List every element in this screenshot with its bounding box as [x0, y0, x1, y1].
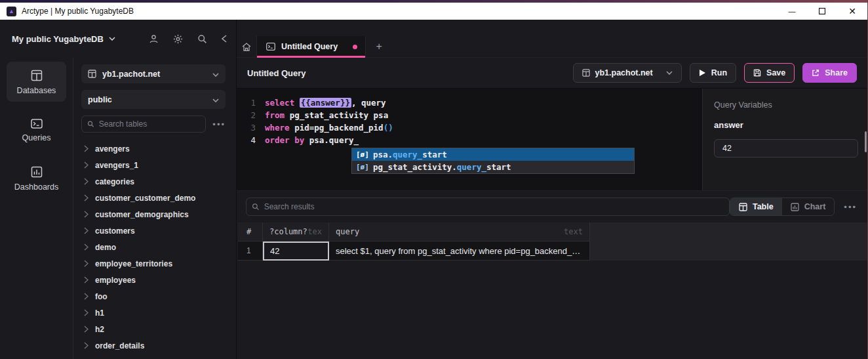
save-button[interactable]: Save: [744, 63, 795, 83]
chevron-right-icon[interactable]: [84, 161, 89, 169]
query-connection-name: yb1.pachot.net: [595, 68, 653, 77]
chevron-right-icon: [84, 260, 89, 267]
results-more-icon[interactable]: •••: [844, 202, 857, 212]
databases-icon: [31, 70, 43, 81]
column-type: tex: [307, 227, 322, 236]
code-line-3[interactable]: 3where pid=pg_backend_pid(): [237, 121, 702, 134]
chevron-right-icon[interactable]: [84, 342, 89, 349]
chevron-right-icon[interactable]: [84, 178, 89, 185]
home-tab[interactable]: [237, 36, 257, 57]
column-header-column[interactable]: ?column? tex: [263, 222, 329, 242]
table-item-foo[interactable]: foo: [81, 288, 226, 305]
autocomplete-item[interactable]: [ø]pg_stat_activity.query_start: [352, 161, 634, 173]
search-results-input[interactable]: [264, 202, 724, 211]
chevron-right-icon[interactable]: [84, 243, 89, 251]
chevron-right-icon[interactable]: [84, 326, 89, 333]
query-cell[interactable]: select $1, query from pg_stat_activity w…: [329, 242, 590, 261]
table-item-categories[interactable]: categories: [81, 173, 226, 190]
query-connection-select[interactable]: yb1.pachot.net: [573, 63, 682, 83]
selected-cell[interactable]: 42: [263, 242, 329, 261]
code-line-1[interactable]: 1select {{answer}}, query: [237, 96, 702, 109]
collapse-sidebar-icon[interactable]: [222, 35, 227, 43]
sidebar-item-databases[interactable]: Databases: [7, 62, 66, 102]
titlebar: ▲ Arctype | My public YugabyteDB — ✕: [0, 3, 867, 20]
column-header-query[interactable]: query text: [329, 222, 590, 242]
chevron-right-icon[interactable]: [84, 194, 89, 201]
table-item-h1[interactable]: h1: [81, 305, 226, 321]
table-name: employees: [95, 276, 136, 285]
account-icon[interactable]: [149, 34, 159, 44]
code-line-4[interactable]: 4order by psa.query_: [237, 134, 702, 146]
table-item-customer_demographics[interactable]: customer_demographics: [81, 206, 226, 222]
grid-filler: [590, 242, 867, 261]
sidebar-item-queries[interactable]: Queries: [7, 111, 66, 149]
table-item-demo[interactable]: demo: [81, 239, 226, 255]
table-item-employees[interactable]: employees: [81, 272, 226, 288]
maximize-icon[interactable]: [807, 3, 837, 20]
table-name: customer_demographics: [95, 210, 189, 219]
chevron-down-icon: [212, 70, 219, 79]
chevron-right-icon[interactable]: [84, 227, 89, 234]
code-text: where pid=pg_backend_pid(): [265, 121, 393, 134]
new-tab-button[interactable]: +: [366, 36, 392, 57]
chevron-right-icon: [84, 194, 89, 201]
chevron-right-icon[interactable]: [84, 145, 89, 152]
column-icon: [ø]: [356, 163, 369, 171]
table-item-customer_customer_demo[interactable]: customer_customer_demo: [81, 190, 226, 206]
line-number: 1: [237, 96, 265, 109]
chart-view-button[interactable]: Chart: [782, 198, 835, 215]
workspace-selector[interactable]: My public YugabyteDB: [12, 34, 115, 44]
table-view-button[interactable]: Table: [730, 198, 782, 215]
column-header-index[interactable]: #: [238, 222, 263, 242]
table-item-avengers[interactable]: avengers: [81, 140, 226, 157]
query-variables-panel: Query Variables answer: [702, 89, 867, 190]
run-button[interactable]: Run: [690, 63, 736, 83]
chevron-right-icon: [84, 178, 89, 185]
chevron-down-icon: [666, 71, 673, 75]
search-tables-input[interactable]: [99, 119, 201, 129]
variable-name: answer: [714, 120, 857, 130]
save-icon: [753, 69, 761, 77]
close-icon[interactable]: ✕: [837, 3, 867, 20]
table-item-employee_territories[interactable]: employee_territories: [81, 255, 226, 272]
table-name: customers: [95, 226, 135, 236]
chevron-right-icon[interactable]: [84, 309, 89, 316]
chevron-right-icon[interactable]: [84, 260, 89, 267]
autocomplete-item[interactable]: [ø]psa.query_start: [352, 148, 634, 161]
nav-rail: DatabasesQueriesDashboards: [0, 58, 73, 359]
chevron-right-icon[interactable]: [84, 211, 89, 218]
search-icon[interactable]: [197, 34, 207, 44]
chevron-right-icon[interactable]: [84, 276, 89, 284]
table-name: categories: [95, 177, 134, 186]
table-item-customers[interactable]: customers: [81, 222, 226, 239]
schema-select[interactable]: public: [81, 90, 226, 109]
settings-gear-icon[interactable]: [173, 34, 183, 44]
column-icon: [ø]: [356, 150, 369, 159]
results-toolbar: Table Chart •••: [237, 191, 867, 222]
results-header-row: # ?column? tex query text: [238, 222, 867, 242]
table-icon: [739, 203, 747, 211]
scrollbar-thumb[interactable]: [865, 131, 867, 152]
column-type: text: [564, 227, 583, 236]
chevron-right-icon[interactable]: [84, 293, 89, 300]
minimize-icon[interactable]: —: [777, 3, 807, 20]
explorer-more-icon[interactable]: •••: [212, 119, 226, 129]
window-controls: — ✕: [777, 3, 867, 20]
sidebar-item-dashboards[interactable]: Dashboards: [7, 158, 66, 198]
connection-select[interactable]: yb1.pachot.net: [81, 64, 226, 83]
variable-value-input[interactable]: [714, 139, 858, 158]
share-button[interactable]: Share: [802, 63, 857, 83]
chevron-right-icon: [84, 309, 89, 316]
table-item-h2[interactable]: h2: [81, 321, 226, 337]
sql-editor[interactable]: 1select {{answer}}, query2from pg_stat_a…: [237, 89, 702, 190]
chevron-right-icon: [84, 227, 89, 234]
tab-untitled-query[interactable]: Untitled Query: [257, 36, 366, 57]
table-item-order_details[interactable]: order_details: [81, 337, 226, 354]
row-index-cell[interactable]: 1: [238, 242, 263, 261]
chevron-right-icon: [84, 145, 89, 152]
chevron-right-icon: [84, 293, 89, 300]
grid-filler: [590, 222, 867, 242]
chevron-right-icon: [84, 211, 89, 218]
table-item-avengers_1[interactable]: avengers_1: [81, 157, 226, 173]
code-line-2[interactable]: 2from pg_stat_activity psa: [237, 109, 702, 121]
